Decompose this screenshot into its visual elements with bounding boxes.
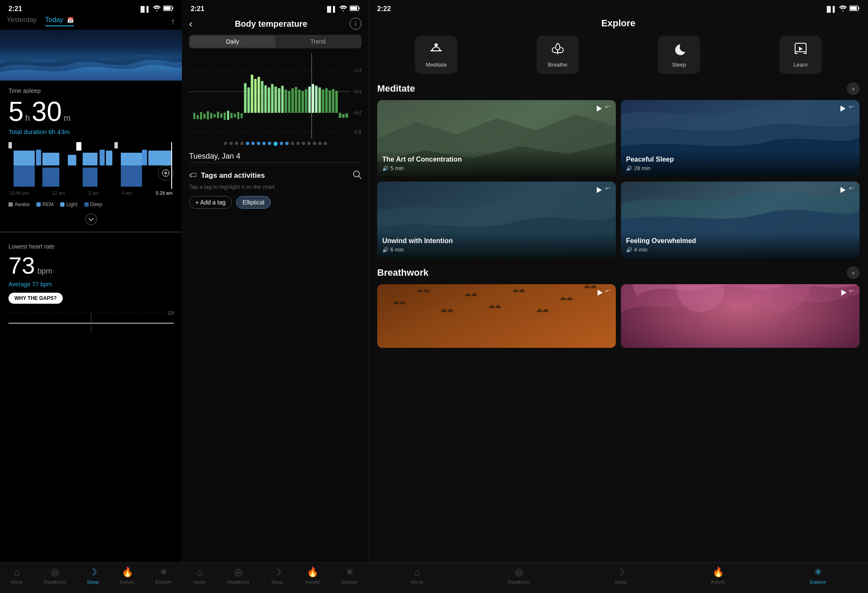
heart-rate-value: 73: [8, 252, 35, 279]
light-label: Light: [66, 201, 77, 207]
card-overlay-3: Unwind with Intention 🔊 6 min: [377, 232, 616, 258]
svg-rect-16: [106, 151, 112, 165]
nav-explore-2[interactable]: ✳ Explore: [342, 567, 357, 585]
svg-rect-68: [275, 87, 277, 113]
svg-rect-53: [224, 112, 226, 120]
card-title-2: Peaceful Sleep: [626, 155, 854, 163]
svg-rect-55: [231, 113, 233, 118]
category-meditate[interactable]: Meditate: [415, 36, 457, 74]
trend-segment[interactable]: Trend: [275, 36, 361, 48]
category-breathe[interactable]: Breathe: [537, 36, 579, 74]
sleep-label: Time asleep: [8, 87, 173, 94]
svg-marker-113: [841, 290, 846, 296]
nav-activity-3[interactable]: 🔥 Activity: [711, 567, 726, 585]
meditate-arrow-button[interactable]: ›: [847, 82, 860, 95]
explore-title: Explore: [369, 14, 868, 36]
svg-marker-106: [840, 187, 846, 193]
signal-icon-3: ▐▌▌: [825, 6, 837, 12]
svg-rect-23: [42, 168, 59, 187]
section-divider: [0, 231, 182, 233]
card-overlay-1: The Art of Concentration 🔊 5 min: [377, 150, 616, 176]
why-gaps-button[interactable]: WHY THE GAPS?: [8, 293, 63, 304]
share-button[interactable]: ↑: [171, 17, 175, 26]
nav-home-3[interactable]: ⌂ Home: [411, 567, 423, 585]
readiness-icon-2: ◎: [234, 567, 242, 578]
svg-rect-76: [301, 91, 304, 113]
minutes-unit: m: [64, 113, 71, 123]
unwind-intention-card[interactable]: Unwind with Intention 🔊 6 min: [377, 182, 616, 258]
svg-rect-61: [251, 75, 253, 113]
dot: [296, 142, 300, 145]
legend-rem: REM: [36, 201, 54, 207]
bottom-navigation-3: ⌂ Home ◎ Readiness ☽ Sleep 🔥 Activity ✳ …: [369, 562, 868, 593]
breathwork-section-title: Breathwork: [377, 267, 428, 278]
dot: [224, 142, 227, 145]
expand-button[interactable]: [0, 209, 182, 229]
svg-rect-58: [241, 113, 243, 118]
elliptical-tag-chip[interactable]: Elliptical: [236, 196, 270, 209]
nav-sleep-1[interactable]: ☽ Sleep: [87, 567, 99, 585]
info-button[interactable]: i: [350, 18, 362, 30]
nav-home-1[interactable]: ⌂ Home: [11, 567, 23, 585]
card-duration-4: 4 min: [634, 246, 648, 253]
dot-filled: [262, 142, 266, 145]
art-concentration-card[interactable]: The Art of Concentration 🔊 5 min: [377, 100, 616, 176]
category-sleep[interactable]: Sleep: [658, 36, 700, 74]
peaceful-sleep-card[interactable]: Peaceful Sleep 🔊 28 min: [621, 100, 860, 176]
sound-icon-2: 🔊: [626, 165, 632, 171]
svg-rect-80: [315, 86, 317, 113]
back-button[interactable]: ‹: [189, 18, 192, 30]
rem-color: [36, 202, 41, 207]
nav-readiness-1[interactable]: ◎ Readiness: [44, 567, 66, 585]
activity-icon-3: 🔥: [712, 567, 724, 578]
readiness-icon: ◎: [51, 567, 59, 578]
sleep-stats-section: Time asleep 5 h 30 m Total duration 6h 4…: [0, 81, 182, 139]
svg-rect-10: [76, 142, 81, 151]
svg-rect-86: [335, 91, 338, 113]
card-title-1: The Art of Concentration: [382, 155, 611, 163]
dot-active: [273, 142, 278, 146]
svg-marker-102: [840, 106, 846, 112]
svg-rect-83: [325, 88, 328, 113]
svg-point-27: [86, 214, 97, 225]
breathwork-card-2[interactable]: [621, 284, 860, 348]
awake-color: [8, 202, 13, 207]
today-tab[interactable]: Today 📅: [45, 16, 74, 26]
heart-rate-label: Lowest heart rate: [8, 243, 173, 250]
explore-panel: 2:22 ▐▌▌ Explore: [369, 0, 868, 593]
explore-label-2: Explore: [342, 579, 357, 585]
breathwork-arrow-button[interactable]: ›: [847, 266, 860, 279]
svg-rect-21: [142, 150, 147, 165]
svg-rect-88: [342, 114, 345, 118]
add-tag-chip[interactable]: + Add a tag: [189, 196, 232, 209]
calendar-icon: 📅: [67, 17, 74, 23]
daily-segment[interactable]: Daily: [190, 36, 275, 48]
svg-marker-109: [598, 290, 603, 296]
category-learn[interactable]: Learn: [779, 36, 822, 74]
nav-readiness-2[interactable]: ◎ Readiness: [228, 567, 250, 585]
card-duration-3: 6 min: [390, 246, 404, 253]
breathwork-section-header: Breathwork ›: [369, 266, 868, 284]
search-button[interactable]: [352, 170, 362, 181]
svg-text:100: 100: [167, 310, 174, 316]
nav-sleep-3[interactable]: ☽ Sleep: [614, 567, 626, 585]
nav-readiness-3[interactable]: ◎ Readiness: [508, 567, 530, 585]
tags-section: 🏷 Tags and activities Tap a tag to highl…: [182, 163, 368, 215]
nav-home-2[interactable]: ⌂ Home: [193, 567, 206, 585]
card-meta-3: 🔊 6 min: [382, 246, 611, 253]
svg-rect-82: [322, 90, 324, 113]
breathwork-card-1[interactable]: [377, 284, 616, 348]
nav-activity-2[interactable]: 🔥 Activity: [305, 567, 320, 585]
feeling-overwhelmed-card[interactable]: Feeling Overwhelmed 🔊 4 min: [621, 182, 860, 258]
yesterday-tab[interactable]: Yesterday: [7, 16, 37, 26]
breathe-label: Breathe: [548, 62, 568, 68]
nav-activity-1[interactable]: 🔥 Activity: [120, 567, 135, 585]
svg-rect-9: [8, 142, 12, 148]
nav-explore-1[interactable]: ✳ Explore: [156, 567, 171, 585]
svg-rect-15: [83, 153, 97, 165]
svg-marker-104: [597, 187, 602, 193]
nav-explore-3[interactable]: ✳ Explore: [810, 567, 826, 585]
meditate-section-title: Meditate: [377, 83, 415, 94]
nav-sleep-2[interactable]: ☽ Sleep: [271, 567, 283, 585]
dot: [313, 142, 316, 145]
